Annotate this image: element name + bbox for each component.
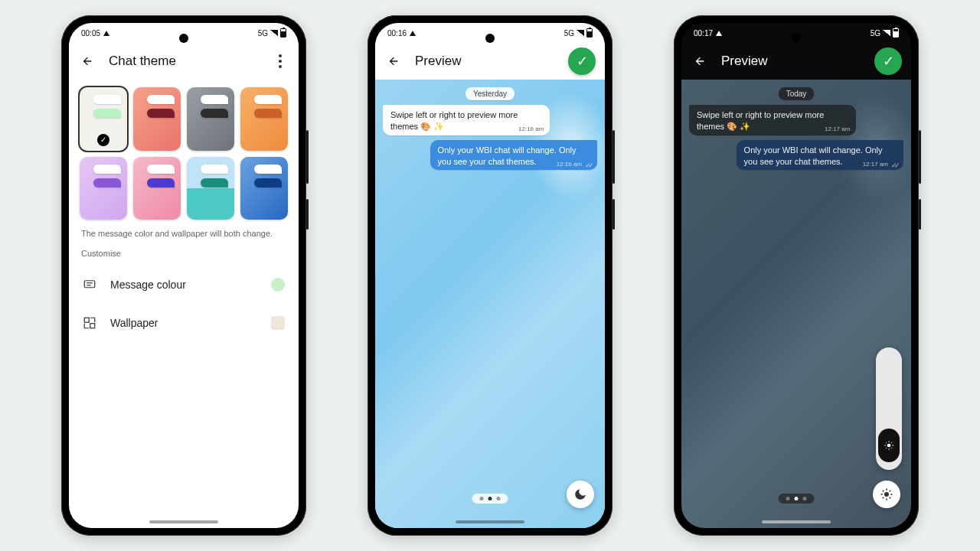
- message-text: Only your WBI chat will change. Only you…: [438, 145, 577, 166]
- confirm-button[interactable]: ✓: [874, 47, 902, 75]
- theme-tile-5[interactable]: [133, 157, 181, 220]
- app-bar: Preview ✓: [681, 43, 911, 80]
- back-arrow-icon: [81, 55, 93, 67]
- svg-line-11: [891, 448, 892, 448]
- bubble-incoming-preview: [147, 95, 175, 104]
- battery-icon: [893, 28, 899, 37]
- camera-cutout: [485, 34, 495, 43]
- bubble-incoming-preview: [147, 165, 175, 174]
- brightness-icon: [884, 440, 894, 451]
- theme-tile-6[interactable]: [187, 157, 234, 220]
- status-time: 00:17: [694, 29, 713, 37]
- theme-grid: ✓: [80, 87, 288, 220]
- dot-active: [795, 497, 799, 500]
- svg-line-20: [890, 497, 891, 499]
- theme-tile-1[interactable]: [133, 87, 181, 151]
- theme-tile-7[interactable]: [240, 157, 288, 220]
- message-colour-swatch: [271, 278, 285, 292]
- outgoing-message: Only your WBI chat will change. Only you…: [430, 140, 597, 171]
- message-time: 12:17 am✓✓: [863, 161, 897, 170]
- status-time: 00:05: [81, 29, 100, 37]
- theme-tile-2[interactable]: [187, 87, 234, 151]
- check-icon: ✓: [577, 53, 588, 70]
- message-text: Swipe left or right to preview more them…: [390, 110, 518, 131]
- power-button[interactable]: [612, 199, 615, 230]
- bubble-incoming-preview: [254, 95, 282, 104]
- send-icon: [716, 31, 722, 36]
- page-title: Preview: [721, 54, 862, 69]
- dot: [480, 497, 484, 500]
- sun-icon: [880, 487, 893, 501]
- bubble-incoming-preview: [93, 95, 121, 104]
- theme-tile-3[interactable]: [240, 87, 288, 151]
- wallpaper-swatch: [271, 316, 285, 330]
- dot: [497, 497, 501, 500]
- bubble-outgoing-preview: [93, 178, 121, 187]
- phone-preview-light: 00:16 5G Preview ✓ Yesterday Swipe le: [368, 15, 612, 536]
- svg-line-10: [886, 442, 887, 443]
- dot: [786, 497, 790, 500]
- hint-text: The message color and wallpaper will bot…: [81, 229, 286, 238]
- volume-button[interactable]: [612, 130, 615, 184]
- page-title: Preview: [415, 54, 556, 69]
- svg-point-14: [884, 492, 889, 497]
- brightness-slider[interactable]: [876, 347, 902, 470]
- theme-tile-0[interactable]: ✓: [80, 87, 127, 151]
- screen: 00:16 5G Preview ✓ Yesterday Swipe le: [375, 23, 605, 528]
- message-time: 12:17 am: [825, 126, 850, 134]
- bubble-outgoing-preview: [201, 178, 228, 187]
- chat-background[interactable]: Yesterday Swipe left or right to preview…: [375, 80, 605, 528]
- read-ticks-icon: ✓✓: [585, 161, 591, 170]
- app-bar: Chat theme: [69, 43, 299, 80]
- row-message-colour[interactable]: Message colour: [80, 266, 288, 304]
- more-menu-button[interactable]: [271, 52, 289, 70]
- back-button[interactable]: [384, 52, 403, 70]
- nav-handle[interactable]: [149, 520, 218, 523]
- network-label: 5G: [564, 29, 574, 37]
- bubble-incoming-preview: [254, 165, 282, 174]
- battery-icon: [280, 28, 286, 37]
- chat-background[interactable]: Today Swipe left or right to preview mor…: [681, 80, 911, 528]
- theme-tile-4[interactable]: [80, 157, 127, 220]
- power-button[interactable]: [306, 199, 309, 230]
- bubble-outgoing-preview: [147, 178, 175, 187]
- confirm-button[interactable]: ✓: [568, 47, 596, 75]
- signal-icon: [270, 30, 278, 36]
- message-icon: [83, 278, 96, 292]
- message-text: Swipe left or right to preview more them…: [697, 110, 824, 131]
- screen: 00:05 5G Chat theme ✓ The message color …: [69, 23, 299, 528]
- nav-handle[interactable]: [456, 520, 524, 523]
- send-icon: [410, 31, 416, 36]
- back-button[interactable]: [78, 52, 96, 70]
- brightness-thumb[interactable]: [878, 429, 900, 462]
- svg-line-12: [891, 442, 892, 443]
- page-indicator: [472, 494, 508, 504]
- message-time: 12:16 am: [518, 126, 544, 134]
- content: ✓ The message color and wallpaper will b…: [69, 80, 299, 350]
- row-wallpaper[interactable]: Wallpaper: [80, 304, 288, 342]
- page-indicator: [779, 494, 815, 504]
- check-icon: ✓: [883, 53, 894, 70]
- selected-check-icon: ✓: [97, 134, 109, 146]
- svg-rect-3: [84, 318, 89, 323]
- screen: 00:17 5G Preview ✓ Today Swipe left o: [681, 23, 911, 528]
- volume-button[interactable]: [306, 130, 309, 184]
- bubble-incoming-preview: [201, 165, 228, 174]
- row-label: Wallpaper: [110, 317, 257, 329]
- svg-line-13: [886, 448, 887, 448]
- dark-mode-toggle[interactable]: [567, 481, 594, 508]
- light-mode-toggle[interactable]: [873, 481, 900, 508]
- power-button[interactable]: [919, 199, 921, 230]
- date-pill: Today: [779, 87, 815, 100]
- nav-handle[interactable]: [762, 520, 831, 523]
- dot-active: [488, 497, 492, 500]
- svg-rect-4: [90, 324, 95, 328]
- bubble-outgoing-preview: [147, 109, 175, 118]
- back-button[interactable]: [691, 52, 709, 70]
- dot: [803, 497, 807, 500]
- read-ticks-icon: ✓✓: [891, 161, 897, 170]
- svg-point-5: [887, 444, 891, 448]
- volume-button[interactable]: [919, 130, 921, 184]
- outgoing-message: Only your WBI chat will change. Only you…: [737, 140, 903, 171]
- message-time: 12:16 am✓✓: [557, 161, 591, 170]
